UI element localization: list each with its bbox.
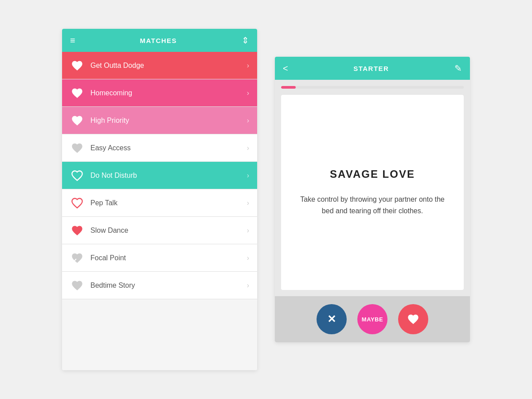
- item-label-get-outta-dodge: Get Outta Dodge: [90, 62, 247, 70]
- like-button[interactable]: [398, 304, 428, 334]
- action-bar: ✕ MAYBE: [275, 296, 470, 342]
- matches-title: MATCHES: [140, 37, 177, 44]
- heart-icon-do-not-disturb: [70, 168, 84, 183]
- heart-icon-bedtime-story: [70, 278, 84, 293]
- back-icon[interactable]: <: [283, 63, 288, 74]
- starter-title: STARTER: [353, 65, 389, 72]
- item-label-focal-point: Focal Point: [90, 254, 247, 262]
- chevron-high-priority: ›: [247, 117, 249, 125]
- list-item-slow-dance[interactable]: Slow Dance ›: [62, 217, 257, 244]
- chevron-easy-access: ›: [247, 144, 249, 152]
- list-item-easy-access[interactable]: Easy Access ›: [62, 134, 257, 162]
- menu-icon[interactable]: ≡: [70, 35, 75, 46]
- card-description: Take control by throwing your partner on…: [294, 194, 450, 216]
- list-item-homecoming[interactable]: Homecoming ›: [62, 79, 257, 107]
- card-title: SAVAGE LOVE: [330, 168, 415, 180]
- card-white: SAVAGE LOVE Take control by throwing you…: [281, 95, 464, 290]
- item-label-do-not-disturb: Do Not Disturb: [90, 172, 247, 180]
- card-area: SAVAGE LOVE Take control by throwing you…: [275, 80, 470, 296]
- empty-area: [62, 299, 257, 370]
- sort-icon[interactable]: ⇕: [242, 35, 249, 46]
- list-item-pep-talk[interactable]: Pep Talk ›: [62, 189, 257, 217]
- progress-bar-fill: [281, 86, 296, 89]
- list-item-high-priority[interactable]: High Priority ›: [62, 107, 257, 134]
- progress-bar-container: [281, 86, 464, 89]
- item-label-pep-talk: Pep Talk: [90, 199, 247, 207]
- list-item-get-outta-dodge[interactable]: Get Outta Dodge ›: [62, 52, 257, 79]
- heart-icon-easy-access: [70, 141, 84, 155]
- edit-icon[interactable]: ✎: [454, 63, 462, 74]
- item-label-bedtime-story: Bedtime Story: [90, 282, 247, 289]
- chevron-pep-talk: ›: [247, 199, 249, 207]
- starter-panel: < STARTER ✎ SAVAGE LOVE Take control by …: [275, 57, 470, 342]
- chevron-homecoming: ›: [247, 89, 249, 97]
- item-label-high-priority: High Priority: [90, 117, 247, 125]
- chevron-do-not-disturb: ›: [247, 172, 249, 180]
- chevron-bedtime-story: ›: [247, 282, 249, 289]
- heart-icon-homecoming: [70, 86, 84, 100]
- chevron-focal-point: ›: [247, 254, 249, 262]
- list-item-bedtime-story[interactable]: Bedtime Story ›: [62, 272, 257, 299]
- matches-panel: ≡ MATCHES ⇕ Get Outta Dodge › Homecoming…: [62, 29, 257, 370]
- matches-header: ≡ MATCHES ⇕: [62, 29, 257, 52]
- item-label-easy-access: Easy Access: [90, 144, 247, 152]
- heart-icon-high-priority: [70, 113, 84, 128]
- starter-header: < STARTER ✎: [275, 57, 470, 80]
- item-label-slow-dance: Slow Dance: [90, 227, 247, 235]
- heart-icon-get-outta-dodge: [70, 59, 84, 73]
- maybe-button[interactable]: MAYBE: [357, 304, 387, 334]
- heart-icon-like: [407, 313, 419, 325]
- heart-icon-focal-point: [70, 251, 84, 265]
- list-item-do-not-disturb[interactable]: Do Not Disturb ›: [62, 162, 257, 189]
- heart-icon-slow-dance: [70, 223, 84, 238]
- chevron-get-outta-dodge: ›: [247, 62, 249, 70]
- chevron-slow-dance: ›: [247, 227, 249, 235]
- item-label-homecoming: Homecoming: [90, 89, 247, 97]
- list-item-focal-point[interactable]: Focal Point ›: [62, 244, 257, 272]
- heart-icon-pep-talk: [70, 196, 84, 210]
- reject-button[interactable]: ✕: [317, 304, 347, 334]
